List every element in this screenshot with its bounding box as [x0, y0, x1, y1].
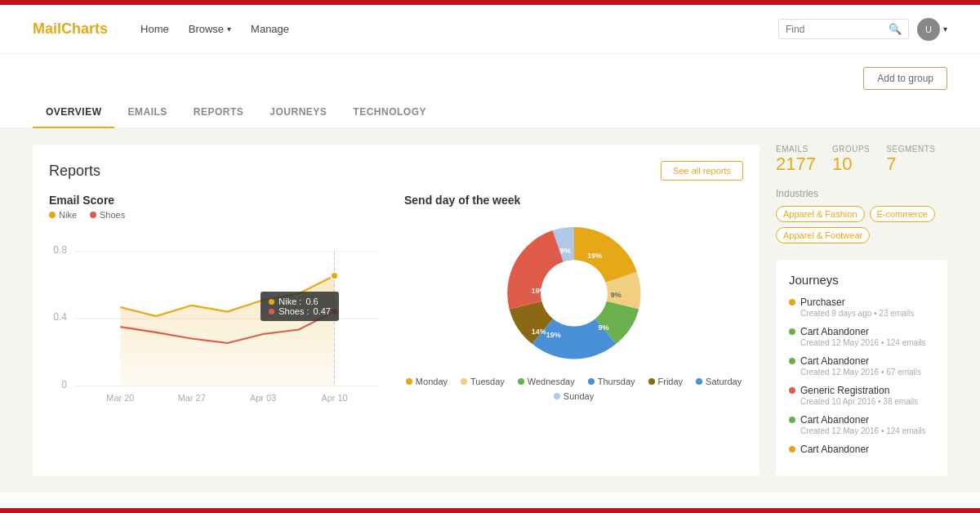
pie-chart-svg: 19% 9% 9% 19% 14% 19% 9% — [501, 220, 648, 367]
nav-browse[interactable]: Browse ▾ — [189, 23, 231, 35]
nav-home[interactable]: Home — [140, 23, 169, 35]
svg-text:9%: 9% — [598, 323, 608, 332]
email-score-title: Email Score — [49, 194, 388, 207]
svg-text:19%: 19% — [587, 252, 602, 260]
search-icon: 🔍 — [889, 23, 902, 35]
svg-text:0.8: 0.8 — [53, 244, 67, 256]
send-day-title: Send day of the week — [404, 194, 743, 207]
reports-panel: Reports See all reports Email Score Nike… — [33, 145, 760, 476]
industry-tag-apparel-footwear[interactable]: Apparel & Footwear — [776, 227, 870, 243]
journey-dot-1 — [789, 328, 795, 335]
friday-dot — [648, 378, 655, 385]
tab-reports[interactable]: Reports — [180, 96, 257, 127]
stats-row: Emails 2177 Groups 10 Segments 7 — [776, 145, 947, 175]
sunday-dot — [554, 393, 560, 399]
svg-text:Mar 27: Mar 27 — [178, 393, 206, 403]
svg-point-13 — [331, 308, 338, 315]
tabs: Overview Emails Reports Journeys Technol… — [0, 96, 980, 128]
industry-tags: Apparel & Fashion E-commerce Apparel & F… — [776, 206, 947, 243]
pie-legend-friday: Friday — [648, 377, 684, 386]
journey-item-3: Generic Registration Created 10 Apr 2016… — [789, 385, 934, 406]
svg-text:Apr 10: Apr 10 — [321, 393, 347, 403]
avatar-chevron-icon: ▾ — [943, 25, 947, 33]
pie-legend: Monday Tuesday Wednesday Thursday — [404, 377, 743, 401]
journeys-section: Journeys Purchaser Created 9 days ago • … — [776, 260, 947, 476]
journey-dot-5 — [789, 446, 795, 453]
journey-item-5: Cart Abandoner — [789, 444, 934, 455]
logo[interactable]: MailCharts — [33, 20, 108, 38]
industries-section: Industries Apparel & Fashion E-commerce … — [776, 188, 947, 243]
svg-point-14 — [541, 261, 607, 327]
pie-legend-saturday: Saturday — [696, 377, 742, 386]
stat-groups: Groups 10 — [832, 145, 870, 175]
journey-dot-4 — [789, 417, 795, 423]
tab-emails[interactable]: Emails — [114, 96, 180, 127]
main-content: Reports See all reports Email Score Nike… — [0, 128, 980, 493]
monday-dot — [406, 378, 412, 385]
industries-label: Industries — [776, 188, 947, 199]
svg-text:14%: 14% — [531, 328, 546, 336]
pie-legend-monday: Monday — [406, 377, 448, 386]
legend-shoes: Shoes — [90, 210, 125, 220]
svg-text:9%: 9% — [559, 247, 570, 255]
wednesday-dot — [518, 378, 524, 385]
legend-shoes-dot — [90, 212, 96, 218]
tuesday-dot — [461, 378, 467, 385]
chart-legend: Nike Shoes — [49, 210, 388, 220]
journey-item-4: Cart Abandoner Created 12 May 2016 • 124… — [789, 414, 934, 435]
svg-text:0: 0 — [61, 379, 67, 390]
top-action: Add to group — [0, 54, 980, 96]
industry-tag-ecommerce[interactable]: E-commerce — [870, 206, 935, 222]
pie-area: 19% 9% 9% 19% 14% 19% 9% Monday — [404, 220, 743, 401]
journey-dot-0 — [789, 299, 795, 306]
journey-dot-2 — [789, 358, 795, 364]
reports-header: Reports See all reports — [49, 161, 743, 181]
navbar: MailCharts Home Browse ▾ Manage 🔍 U ▾ — [0, 5, 980, 54]
journey-item-0: Purchaser Created 9 days ago • 23 emails — [789, 297, 934, 318]
svg-text:19%: 19% — [531, 287, 546, 295]
tab-overview[interactable]: Overview — [33, 96, 114, 127]
browse-chevron-icon: ▾ — [227, 25, 231, 33]
thursday-dot — [588, 378, 595, 385]
pie-chart-container: Send day of the week — [404, 194, 743, 406]
pie-legend-tuesday: Tuesday — [461, 377, 505, 386]
nav-items: Home Browse ▾ Manage — [140, 23, 289, 35]
avatar-wrap[interactable]: U ▾ — [917, 18, 947, 41]
journey-item-2: Cart Abandoner Created 12 May 2016 • 67 … — [789, 355, 934, 377]
legend-nike-dot — [49, 212, 56, 218]
stat-segments: Segments 7 — [886, 145, 935, 175]
industry-tag-apparel-fashion[interactable]: Apparel & Fashion — [776, 206, 865, 222]
tab-journeys[interactable]: Journeys — [256, 96, 340, 127]
saturday-dot — [696, 378, 702, 385]
add-to-group-button[interactable]: Add to group — [863, 67, 947, 90]
svg-point-12 — [331, 272, 338, 279]
pie-legend-thursday: Thursday — [588, 377, 635, 386]
svg-text:Apr 03: Apr 03 — [250, 393, 276, 403]
charts-row: Email Score Nike Shoes 0.8 0.4 — [49, 194, 743, 406]
pie-legend-sunday: Sunday — [554, 391, 594, 401]
svg-text:9%: 9% — [610, 291, 621, 299]
stat-emails: Emails 2177 — [776, 145, 816, 175]
line-chart-area: 0.8 0.4 0 Mar 20 Mar 27 Apr 03 Apr 10 — [49, 226, 388, 406]
search-box[interactable]: 🔍 — [778, 19, 909, 39]
svg-text:Mar 20: Mar 20 — [106, 393, 134, 403]
nav-right: 🔍 U ▾ — [778, 18, 947, 41]
pie-legend-wednesday: Wednesday — [518, 377, 575, 386]
svg-text:19%: 19% — [546, 331, 560, 339]
right-sidebar: Emails 2177 Groups 10 Segments 7 Industr… — [776, 145, 947, 476]
reports-title: Reports — [49, 163, 100, 180]
avatar: U — [917, 18, 940, 41]
journey-dot-3 — [789, 387, 795, 394]
see-all-reports-button[interactable]: See all reports — [661, 161, 743, 181]
journey-item-1: Cart Abandoner Created 12 May 2016 • 124… — [789, 326, 934, 347]
nav-manage[interactable]: Manage — [251, 23, 289, 35]
legend-nike: Nike — [49, 210, 77, 220]
svg-text:0.4: 0.4 — [53, 311, 67, 323]
search-input[interactable] — [786, 24, 884, 35]
line-chart-container: Email Score Nike Shoes 0.8 0.4 — [49, 194, 388, 406]
journeys-title: Journeys — [789, 273, 934, 287]
line-chart-svg: 0.8 0.4 0 Mar 20 Mar 27 Apr 03 Apr 10 — [49, 226, 388, 406]
tab-technology[interactable]: Technology — [340, 96, 439, 127]
